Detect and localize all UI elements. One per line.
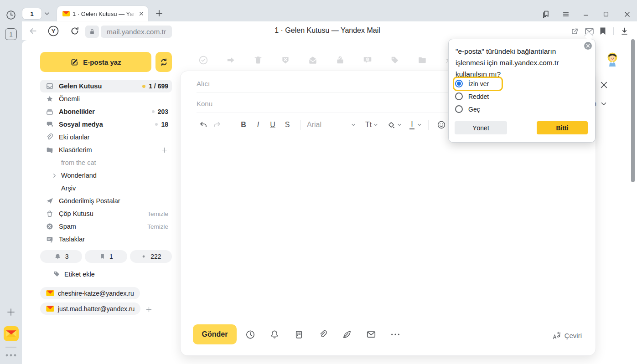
bold-button[interactable]: B (236, 121, 251, 129)
refresh-mail-button[interactable] (155, 52, 172, 72)
close-icon (599, 80, 609, 90)
tab-group-badge[interactable]: 1 (22, 8, 42, 20)
refresh-button[interactable] (69, 26, 80, 36)
tab-group-chevron-button[interactable] (43, 10, 51, 18)
maximize-button[interactable] (599, 7, 613, 21)
history-button[interactable] (5, 9, 17, 21)
done-button[interactable]: Bitti (537, 121, 588, 134)
close-compose-button[interactable] (598, 79, 609, 90)
bookmark-page-button[interactable] (598, 26, 608, 36)
folder-social[interactable]: Sosyal medya 18 (40, 118, 172, 131)
notify-button[interactable] (269, 329, 280, 339)
schedule-send-button[interactable] (245, 329, 255, 339)
user-avatar[interactable] (606, 51, 619, 68)
move-to-folder-button[interactable] (417, 55, 427, 65)
text-color-chevron[interactable] (417, 122, 422, 128)
select-all-button[interactable] (198, 55, 208, 65)
message-body[interactable] (197, 135, 582, 314)
more-options-button[interactable] (390, 329, 400, 339)
new-tab-button[interactable] (154, 8, 164, 18)
page-scrollbar-thumb[interactable] (631, 39, 635, 182)
text-color-button[interactable]: I (409, 120, 414, 129)
close-window-button[interactable] (620, 7, 634, 21)
add-account-button[interactable] (145, 305, 154, 314)
radio-skip[interactable]: Geç (455, 105, 480, 113)
folder-sent[interactable]: Gönderilmiş Postalar (40, 195, 172, 207)
side-tab-badge[interactable]: 1 (5, 28, 17, 40)
send-button[interactable]: Gönder (193, 324, 237, 344)
tab-close-icon[interactable] (138, 10, 145, 17)
folder-archive[interactable]: Arşiv (40, 182, 172, 195)
folder-my-folders[interactable]: Klasörlerim (40, 144, 172, 156)
mail-sidebar: E-posta yaz Gelen Kutusu 1 / 699 Önemli (40, 52, 172, 315)
account-mad-hatter[interactable]: just.mad.hatter@yandex.ru (40, 302, 140, 315)
unread-badge[interactable]: 222 (130, 250, 172, 263)
envelope-icon (366, 330, 376, 338)
font-family-select[interactable]: Arial (307, 121, 351, 129)
bookmark-icon (599, 27, 606, 35)
add-folder-button[interactable] (161, 146, 168, 154)
pen-signature-button[interactable] (342, 329, 352, 339)
underline-button[interactable]: U (265, 121, 280, 129)
redo-button[interactable] (210, 120, 224, 129)
folder-subscriptions[interactable]: Abonelikler 203 (40, 105, 172, 118)
sidebar-add-button[interactable] (6, 307, 16, 317)
radio-allow[interactable]: İzin ver (455, 80, 489, 87)
folder-with-attachments[interactable]: Eki olanlar (40, 131, 172, 144)
toolbar-separator (428, 120, 429, 130)
minimize-button[interactable] (579, 7, 593, 21)
sidebar-more-button[interactable] (5, 352, 17, 359)
site-security-button[interactable] (85, 26, 99, 38)
delete-button[interactable] (253, 55, 263, 65)
folder-from-the-cat[interactable]: from the cat (40, 156, 172, 169)
browser-menu-button[interactable] (559, 7, 573, 21)
yandex-home-button[interactable]: Y (47, 25, 59, 37)
chat-bubble-icon (46, 120, 54, 128)
mark-read-button[interactable] (308, 55, 318, 65)
radio-deny[interactable]: Reddet (455, 92, 489, 100)
account-cheshire[interactable]: cheshire-katze@yandex.ru (40, 287, 140, 299)
undo-button[interactable] (197, 120, 210, 129)
folder-important[interactable]: Önemli (40, 92, 172, 105)
side-panels-button[interactable] (539, 7, 553, 21)
italic-button[interactable]: I (251, 121, 265, 129)
font-family-chevron[interactable] (351, 122, 356, 128)
active-tab[interactable]: 1 · Gelen Kutusu — Yand (57, 6, 148, 21)
envelope-options-button[interactable] (366, 329, 376, 339)
forward-button[interactable] (226, 55, 236, 65)
remind-later-button[interactable] (363, 55, 373, 65)
folder-spam[interactable]: Spam Temizle (40, 220, 172, 233)
highlight-color-chevron[interactable] (397, 122, 402, 128)
yandex-mail-app-shortcut[interactable] (4, 326, 19, 341)
translate-button[interactable]: Çeviri (552, 331, 582, 340)
share-button[interactable] (569, 26, 580, 36)
folder-wonderland[interactable]: Wonderland (40, 169, 172, 182)
folder-trash[interactable]: Çöp Kutusu Temizle (40, 207, 172, 220)
manage-button[interactable]: Yönet (455, 121, 507, 134)
collapse-compose-button[interactable] (599, 99, 609, 109)
avatar-image (606, 51, 619, 68)
empty-spam-button[interactable]: Temizle (147, 223, 168, 230)
mute-button[interactable] (335, 55, 345, 65)
empty-trash-button[interactable]: Temizle (147, 210, 168, 217)
folder-drafts[interactable]: Taslaklar (40, 233, 172, 246)
bookmarks-badge[interactable]: 1 (85, 250, 127, 263)
font-size-button[interactable]: Tt (365, 121, 372, 129)
compose-email-button[interactable]: E-posta yaz (40, 52, 151, 72)
font-size-chevron[interactable] (373, 122, 378, 128)
address-bar[interactable]: mail.yandex.com.tr (101, 26, 172, 38)
attach-file-button[interactable] (318, 329, 328, 339)
strikethrough-button[interactable]: S (280, 121, 295, 129)
back-button[interactable] (27, 26, 38, 36)
emoji-button[interactable] (435, 120, 448, 129)
mark-spam-button[interactable] (280, 55, 290, 65)
add-tag-button[interactable]: Etiket ekle (53, 270, 172, 278)
popup-close-button[interactable] (584, 42, 592, 50)
highlight-color-button[interactable] (387, 120, 396, 129)
downloads-button[interactable] (619, 26, 630, 36)
reminders-badge[interactable]: 3 (40, 250, 82, 263)
template-button[interactable] (294, 329, 304, 339)
folder-inbox[interactable]: Gelen Kutusu 1 / 699 (40, 80, 172, 92)
label-button[interactable] (390, 55, 400, 65)
chevron-right-icon[interactable] (51, 172, 58, 179)
